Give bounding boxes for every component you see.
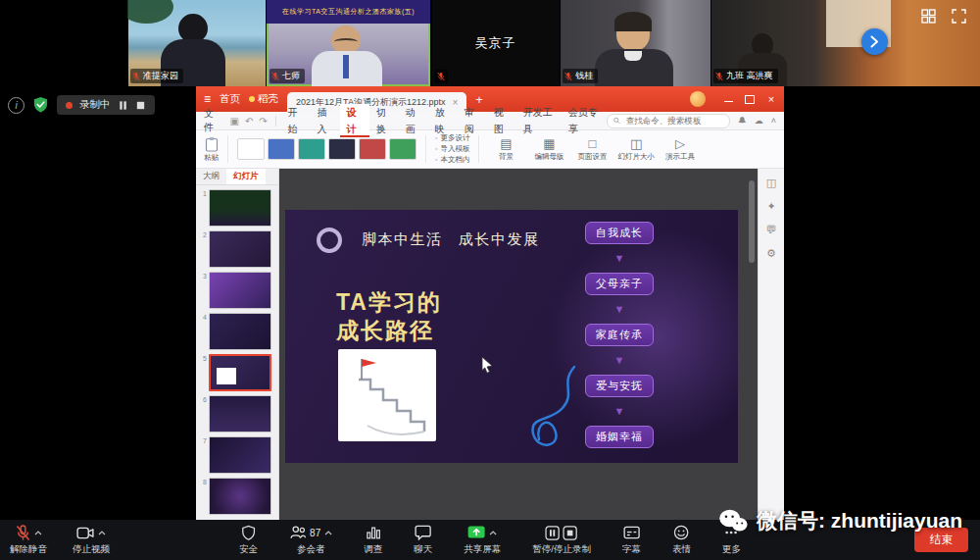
search-box[interactable] <box>607 114 730 128</box>
ribbon-button-2[interactable]: □页面设置 <box>574 137 610 162</box>
slide-thumbnail-2[interactable]: 2 <box>198 230 276 268</box>
paste-button[interactable]: 粘贴 <box>204 136 219 163</box>
slide-thumbnail-3[interactable]: 3 <box>198 272 276 309</box>
recording-pill: 录制中 <box>57 95 155 115</box>
slide-thumbnail-6[interactable]: 6 <box>198 395 276 433</box>
design-template-0[interactable] <box>237 138 265 160</box>
recording-dot-icon <box>66 102 73 109</box>
minimize-icon[interactable] <box>724 96 733 102</box>
panel-tab-0[interactable]: 大纲 <box>196 169 226 184</box>
animation-panel-icon[interactable]: ✦ <box>766 200 775 212</box>
ribbon-button-0[interactable]: ▤背景 <box>488 137 523 162</box>
menu-tab-2[interactable]: 设计 <box>340 104 369 137</box>
design-stack-button-1[interactable]: ▫导入模板 <box>435 144 469 154</box>
chevron-up-icon[interactable] <box>324 531 332 535</box>
wps-menu-icon[interactable]: ≡ <box>204 92 211 106</box>
security-button[interactable]: 安全 <box>239 525 258 556</box>
cloud-sync-icon[interactable]: ☁ <box>755 116 763 126</box>
settings-panel-icon[interactable]: ⚙︎ <box>766 247 776 259</box>
wps-user-avatar[interactable] <box>690 91 706 107</box>
video-tile-qishi[interactable]: 在线学习TA交互沟通分析之潘杰家族(五) 七师 <box>267 0 430 86</box>
slide-thumbnail-1[interactable]: 1 <box>198 189 276 227</box>
slide-thumbnail-5[interactable]: 5 <box>198 354 276 391</box>
design-template-3[interactable] <box>328 138 356 160</box>
wechat-watermark: 微信号: zhuntijiayuan <box>718 507 962 535</box>
wps-docer-tab[interactable]: 稻壳 <box>249 92 278 106</box>
video-tile-zhunti-jiayuan[interactable]: 准提家园 <box>127 0 266 86</box>
participants-button[interactable]: 87 参会者 <box>289 525 332 556</box>
search-input[interactable] <box>624 115 723 127</box>
menu-tab-4[interactable]: 动画 <box>399 104 428 137</box>
wps-side-toolbar: ◫ ✦ 💬︎ ⚙︎ <box>758 169 784 520</box>
design-stack-button-0[interactable]: ▫更多设计 <box>435 133 469 143</box>
redo-icon[interactable]: ↷ <box>259 116 267 127</box>
reactions-button[interactable]: 表情 <box>672 525 691 556</box>
recording-label: 录制中 <box>79 98 111 112</box>
new-tab-icon[interactable]: + <box>475 92 483 107</box>
fullscreen-icon[interactable] <box>952 9 966 24</box>
polls-button[interactable]: 调查 <box>364 525 382 556</box>
unmute-button[interactable]: 解除静音 <box>10 525 47 556</box>
video-tile-wujingzi[interactable]: 吴京子 <box>431 0 560 86</box>
menu-tab-6[interactable]: 审阅 <box>458 104 487 137</box>
canvas-scrollbar[interactable] <box>749 180 755 263</box>
properties-panel-icon[interactable]: ◫ <box>766 177 776 188</box>
undo-icon[interactable]: ↶ <box>245 116 253 127</box>
next-videos-button[interactable] <box>861 28 888 55</box>
slide-number: 5 <box>198 354 207 362</box>
current-slide: 脚本中生活 成长中发展 TA学习的 成长路径 自我成长▼父母亲子▼家庭传承▼爱与… <box>285 210 738 463</box>
design-template-4[interactable] <box>359 138 386 160</box>
stop-recording-icon[interactable] <box>135 100 146 111</box>
slide-thumbnail-4[interactable]: 4 <box>198 313 276 350</box>
chevron-up-icon[interactable] <box>489 531 497 535</box>
mic-muted-icon <box>132 72 140 81</box>
slide-thumbnail-image <box>209 272 271 309</box>
annotation-scribble <box>506 365 613 463</box>
save-icon[interactable]: ▣ <box>229 116 238 127</box>
ribbon-button-1[interactable]: ▦编辑母版 <box>531 137 566 162</box>
ribbon-button-3[interactable]: ◫幻灯片大小 <box>617 137 655 162</box>
design-template-5[interactable] <box>389 138 416 160</box>
menu-tab-3[interactable]: 切换 <box>369 104 399 137</box>
share-screen-button[interactable]: 共享屏幕 <box>464 525 501 556</box>
menu-tab-5[interactable]: 放映 <box>428 104 458 137</box>
menu-tab-9[interactable]: 会员专享 <box>562 104 607 137</box>
gallery-view-icon[interactable] <box>921 9 936 24</box>
design-template-2[interactable] <box>298 138 325 160</box>
pause-stop-recording-button[interactable]: 暂停/停止录制 <box>532 525 591 556</box>
security-shield-icon[interactable] <box>32 96 49 114</box>
chevron-up-icon[interactable] <box>34 531 42 535</box>
pause-recording-icon[interactable] <box>546 526 561 540</box>
wps-home-tab[interactable]: 首页 <box>220 92 240 106</box>
chevron-up-icon[interactable] <box>98 531 106 535</box>
ribbon-button-4[interactable]: ▷演示工具 <box>662 137 698 162</box>
stop-recording-icon[interactable] <box>564 526 578 540</box>
stop-video-button[interactable]: 停止视频 <box>73 525 110 556</box>
close-window-icon[interactable]: × <box>766 94 776 104</box>
slide-thumbnail-8[interactable]: 8 <box>198 478 276 515</box>
video-tile-qiangui[interactable]: 钱桂 <box>560 0 710 86</box>
slide-number: 2 <box>198 230 207 238</box>
slide-title: 脚本中生活 成长中发展 <box>362 230 540 249</box>
menu-tab-7[interactable]: 视图 <box>487 104 516 137</box>
slide-thumbnail-7[interactable]: 7 <box>198 436 276 474</box>
comment-panel-icon[interactable]: 💬︎ <box>766 224 777 235</box>
chat-button[interactable]: 聊天 <box>414 525 432 556</box>
bell-icon[interactable]: 🔔︎ <box>738 116 747 126</box>
design-stack-button-2[interactable]: ▫本文档内 <box>435 155 469 165</box>
menu-tab-1[interactable]: 插入 <box>311 104 340 137</box>
menu-tab-8[interactable]: 开发工具 <box>516 104 562 137</box>
file-menu[interactable]: 文件 <box>204 107 220 134</box>
wps-menubar: 文件 ▣ ↶ ↷ 开始插入设计切换动画放映审阅视图开发工具会员专享 🔔︎ ☁ ˄ <box>196 112 784 130</box>
pause-recording-icon[interactable] <box>118 100 128 111</box>
restore-icon[interactable] <box>745 95 755 104</box>
search-icon <box>613 117 620 125</box>
menu-tab-0[interactable]: 开始 <box>281 104 311 137</box>
captions-button[interactable]: 字幕 <box>622 525 641 556</box>
meeting-info-icon[interactable]: i <box>8 97 24 114</box>
slide-thumbnails: 12345678 <box>196 185 278 520</box>
panel-tab-1[interactable]: 幻灯片 <box>226 169 266 184</box>
design-template-1[interactable] <box>268 138 295 160</box>
participant-name-tag: 钱桂 <box>563 69 598 83</box>
collapse-ribbon-icon[interactable]: ˄ <box>771 116 776 126</box>
